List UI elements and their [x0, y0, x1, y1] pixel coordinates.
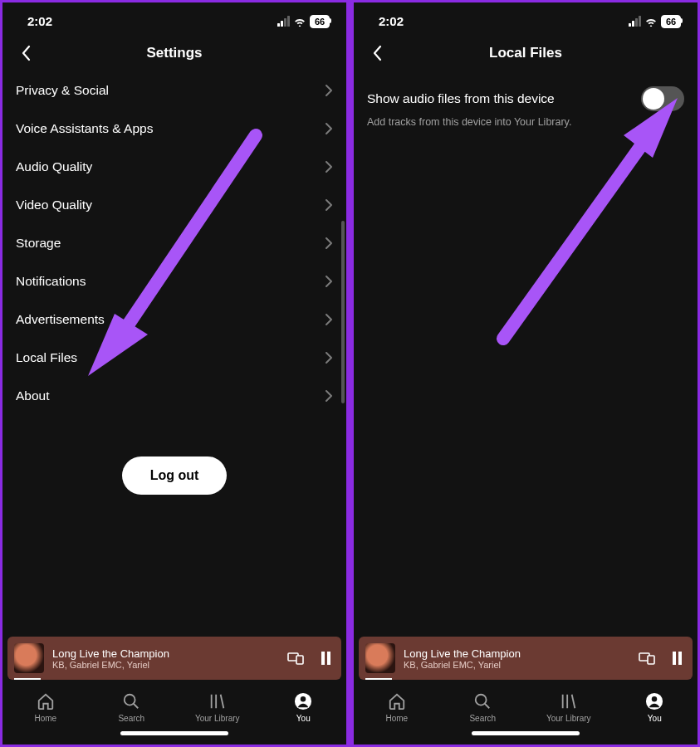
now-playing-bar[interactable]: Long Live the Champion KB, Gabriel EMC, …	[7, 637, 341, 680]
settings-item-notifications[interactable]: Notifications	[16, 262, 333, 300]
now-playing-bar[interactable]: Long Live the Champion KB, Gabriel EMC, …	[359, 637, 693, 680]
album-art	[365, 643, 395, 673]
bottom-tab-bar: Home Search Your Library You	[2, 685, 346, 726]
bottom-tab-bar: Home Search Your Library You	[354, 685, 698, 726]
settings-item-video-quality[interactable]: Video Quality	[16, 186, 333, 224]
track-artist: KB, Gabriel EMC, Yariel	[52, 660, 278, 670]
settings-item-label: Storage	[16, 236, 61, 251]
profile-icon	[644, 691, 664, 711]
battery-icon: 66	[661, 15, 681, 28]
header: Settings	[2, 35, 346, 71]
scrollbar[interactable]	[341, 221, 345, 403]
now-playing-controls	[286, 649, 335, 667]
tab-search[interactable]: Search	[102, 691, 160, 723]
status-bar: 2:02 66	[2, 2, 346, 35]
pause-icon	[321, 652, 330, 665]
tab-label: Your Library	[195, 714, 240, 723]
chevron-right-icon	[325, 160, 333, 173]
local-files-content: Show audio files from this device Add tr…	[354, 71, 698, 632]
tab-search[interactable]: Search	[453, 691, 512, 723]
home-indicator	[2, 726, 346, 745]
tab-label: Your Library	[546, 714, 591, 723]
library-icon	[559, 691, 579, 711]
svg-line-19	[571, 695, 575, 709]
page-title: Settings	[146, 45, 202, 61]
profile-icon	[293, 691, 313, 711]
tab-you[interactable]: You	[625, 691, 683, 723]
wifi-icon	[644, 17, 658, 27]
search-icon	[472, 691, 492, 711]
page-title: Local Files	[489, 45, 562, 61]
tab-home[interactable]: Home	[17, 691, 75, 723]
settings-item-audio-quality[interactable]: Audio Quality	[16, 148, 333, 186]
status-indicators: 66	[629, 15, 681, 28]
chevron-right-icon	[325, 351, 333, 364]
library-icon	[208, 691, 228, 711]
track-title: Long Live the Champion	[404, 647, 629, 660]
home-indicator	[354, 726, 698, 745]
tab-you[interactable]: You	[274, 691, 332, 723]
tab-label: Home	[34, 714, 56, 723]
logout-container: Log out	[16, 415, 333, 536]
toggle-label: Show audio files from this device	[367, 91, 555, 106]
chevron-right-icon	[325, 275, 333, 288]
settings-item-privacy-social[interactable]: Privacy & Social	[16, 71, 333, 110]
settings-item-storage[interactable]: Storage	[16, 224, 333, 262]
tab-label: You	[296, 714, 311, 723]
cellular-signal-icon	[277, 16, 290, 27]
chevron-right-icon	[325, 198, 333, 212]
settings-item-label: Advertisements	[16, 312, 105, 327]
chevron-left-icon	[21, 45, 31, 61]
home-icon	[387, 691, 407, 711]
tab-home[interactable]: Home	[368, 691, 426, 723]
progress-bar	[365, 678, 392, 680]
back-button[interactable]	[16, 43, 36, 63]
settings-item-label: Notifications	[16, 274, 86, 289]
pause-button[interactable]	[316, 649, 335, 667]
svg-point-15	[476, 695, 487, 706]
settings-item-about[interactable]: About	[16, 377, 333, 415]
svg-point-21	[652, 696, 657, 701]
svg-rect-3	[296, 656, 303, 664]
tab-library[interactable]: Your Library	[540, 691, 598, 723]
svg-line-8	[220, 695, 223, 709]
settings-item-label: About	[16, 388, 50, 403]
settings-item-label: Privacy & Social	[16, 83, 109, 98]
chevron-right-icon	[325, 122, 333, 135]
svg-point-4	[125, 695, 135, 706]
pause-button[interactable]	[668, 649, 686, 667]
home-icon	[36, 691, 56, 711]
tab-label: Search	[469, 714, 496, 723]
show-audio-files-row: Show audio files from this device	[367, 71, 684, 116]
status-time: 2:02	[27, 14, 52, 28]
logout-button[interactable]: Log out	[122, 456, 228, 495]
cellular-signal-icon	[629, 16, 641, 27]
settings-item-advertisements[interactable]: Advertisements	[16, 300, 333, 339]
settings-item-label: Audio Quality	[16, 159, 92, 174]
now-playing-info: Long Live the Champion KB, Gabriel EMC, …	[52, 647, 278, 670]
back-button[interactable]	[367, 43, 387, 63]
now-playing-controls	[638, 649, 686, 667]
svg-point-10	[301, 696, 306, 701]
status-time: 2:02	[379, 14, 404, 28]
settings-item-local-files[interactable]: Local Files	[16, 339, 333, 377]
chevron-right-icon	[325, 389, 333, 403]
settings-item-voice-assistants[interactable]: Voice Assistants & Apps	[16, 110, 333, 148]
status-indicators: 66	[277, 15, 330, 28]
chevron-left-icon	[372, 45, 382, 61]
toggle-subtext: Add tracks from this device into Your Li…	[367, 116, 684, 141]
track-title: Long Live the Champion	[52, 647, 278, 660]
toggle-knob	[643, 88, 664, 110]
now-playing-info: Long Live the Champion KB, Gabriel EMC, …	[404, 647, 629, 670]
settings-item-label: Local Files	[16, 350, 77, 365]
header: Local Files	[354, 35, 698, 71]
connect-devices-icon[interactable]	[286, 649, 305, 667]
connect-devices-icon[interactable]	[638, 649, 656, 667]
tab-label: Search	[118, 714, 144, 723]
tab-library[interactable]: Your Library	[188, 691, 247, 723]
svg-line-5	[134, 704, 139, 709]
chevron-right-icon	[325, 237, 333, 250]
settings-item-label: Video Quality	[16, 198, 92, 212]
battery-icon: 66	[310, 15, 330, 28]
show-audio-files-toggle[interactable]	[641, 86, 684, 111]
